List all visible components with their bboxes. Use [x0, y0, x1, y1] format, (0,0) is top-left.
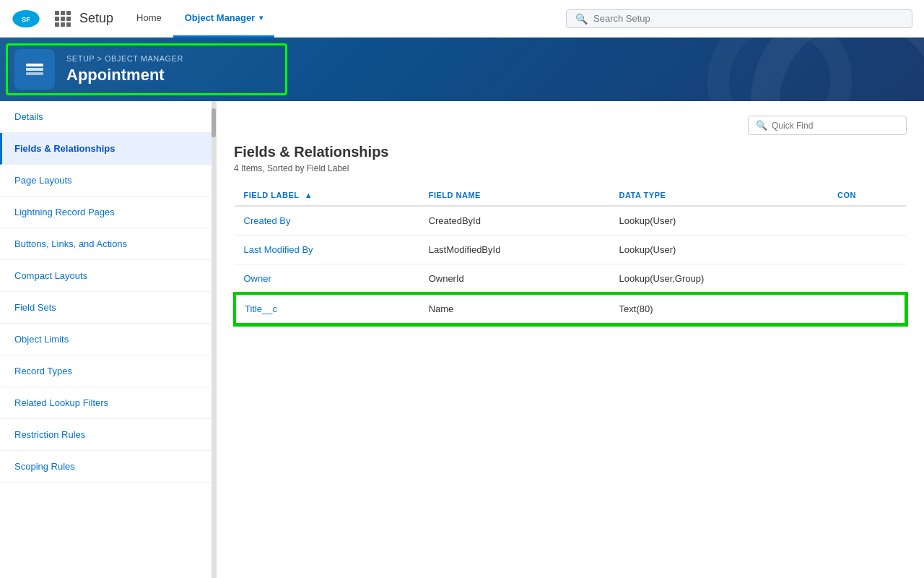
sidebar-item-lightning-record-pages[interactable]: Lightning Record Pages: [0, 197, 216, 228]
table-row: Created By CreatedById Lookup(User): [235, 206, 906, 236]
field-label-link[interactable]: Owner: [244, 273, 271, 284]
table-row: Owner OwnerId Lookup(User,Group): [235, 264, 906, 294]
nav-tab-home[interactable]: Home: [125, 0, 173, 38]
content-header: 🔍 Fields & Relationships 4 Items, Sorted…: [234, 116, 907, 173]
cell-field-name: CreatedById: [420, 206, 611, 236]
cell-controlling: [829, 206, 906, 236]
sidebar-item-page-layouts[interactable]: Page Layouts: [0, 165, 216, 197]
col-header-controlling: CON: [829, 185, 906, 206]
nav-tab-object-manager[interactable]: Object Manager ▾: [173, 0, 275, 38]
svg-text:SF: SF: [22, 16, 30, 23]
col-header-field-label[interactable]: FIELD LABEL ▲: [235, 185, 420, 206]
sidebar-item-related-lookup-filters[interactable]: Related Lookup Filters: [0, 387, 216, 419]
chevron-down-icon: ▾: [259, 14, 263, 22]
search-icon: 🔍: [575, 13, 588, 25]
cell-controlling: [829, 236, 906, 264]
sidebar: DetailsFields & RelationshipsPage Layout…: [0, 101, 217, 578]
cell-controlling: [829, 264, 906, 294]
top-nav: SF Setup Home Object Manager ▾ 🔍: [0, 0, 924, 38]
search-input[interactable]: [593, 13, 903, 24]
cell-controlling: [829, 294, 906, 324]
sidebar-item-object-limits[interactable]: Object Limits: [0, 324, 216, 355]
sidebar-item-restriction-rules[interactable]: Restriction Rules: [0, 419, 216, 451]
quick-find-input[interactable]: [772, 121, 899, 131]
toolbar-row: 🔍: [234, 116, 907, 135]
cell-field-name: Name: [420, 294, 611, 324]
fields-table: FIELD LABEL ▲ FIELD NAME DATA TYPE CON C…: [234, 185, 907, 325]
app-launcher[interactable]: [49, 11, 79, 27]
svg-rect-2: [26, 64, 43, 66]
cell-field-label: Title__c: [235, 294, 420, 324]
content-area: 🔍 Fields & Relationships 4 Items, Sorted…: [217, 101, 924, 578]
cell-field-label: Last Modified By: [235, 236, 420, 264]
search-bar: 🔍: [566, 9, 912, 28]
cell-data-type: Text(80): [611, 294, 829, 324]
quick-find-icon: 🔍: [756, 120, 767, 131]
grid-icon: [55, 11, 71, 27]
content-title: Fields & Relationships: [234, 144, 907, 160]
sidebar-item-buttons-links-actions[interactable]: Buttons, Links, and Actions: [0, 228, 216, 260]
banner-text-group: SETUP > OBJECT MANAGER Appointment: [66, 54, 183, 85]
table-body: Created By CreatedById Lookup(User) Last…: [235, 206, 906, 324]
sidebar-item-field-sets[interactable]: Field Sets: [0, 292, 216, 324]
quick-find: 🔍: [748, 116, 907, 135]
salesforce-logo: SF: [12, 4, 40, 33]
svg-rect-4: [26, 72, 43, 75]
banner: SETUP > OBJECT MANAGER Appointment: [0, 38, 924, 101]
banner-icon: [14, 49, 55, 90]
breadcrumb: SETUP > OBJECT MANAGER: [66, 54, 183, 63]
cell-data-type: Lookup(User): [611, 236, 829, 264]
field-label-link[interactable]: Last Modified By: [244, 244, 313, 255]
svg-rect-3: [26, 68, 43, 71]
cell-field-label: Owner: [235, 264, 420, 294]
scrollbar[interactable]: [212, 101, 216, 578]
field-label-link[interactable]: Title__c: [245, 303, 277, 314]
cell-data-type: Lookup(User): [611, 206, 829, 236]
sidebar-item-fields-relationships[interactable]: Fields & Relationships: [0, 133, 216, 165]
cell-data-type: Lookup(User,Group): [611, 264, 829, 294]
sidebar-item-record-types[interactable]: Record Types: [0, 355, 216, 387]
col-header-field-name: FIELD NAME: [420, 185, 611, 206]
page-title: Appointment: [66, 66, 183, 85]
main-layout: DetailsFields & RelationshipsPage Layout…: [0, 101, 924, 578]
cell-field-name: LastModifiedById: [420, 236, 611, 264]
sidebar-item-details[interactable]: Details: [0, 101, 216, 133]
sidebar-item-compact-layouts[interactable]: Compact Layouts: [0, 260, 216, 292]
cell-field-label: Created By: [235, 206, 420, 236]
sidebar-item-scoping-rules[interactable]: Scoping Rules: [0, 451, 216, 483]
setup-label: Setup: [79, 11, 113, 26]
table-row: Last Modified By LastModifiedById Lookup…: [235, 236, 906, 264]
nav-tabs: Home Object Manager ▾: [125, 0, 274, 38]
table-header: FIELD LABEL ▲ FIELD NAME DATA TYPE CON: [235, 185, 906, 206]
table-header-row: FIELD LABEL ▲ FIELD NAME DATA TYPE CON: [235, 185, 906, 206]
table-row-highlighted: Title__c Name Text(80): [235, 294, 906, 324]
cell-field-name: OwnerId: [420, 264, 611, 294]
content-subtitle: 4 Items, Sorted by Field Label: [234, 163, 907, 173]
scroll-thumb[interactable]: [212, 108, 216, 137]
sort-icon: ▲: [305, 191, 313, 199]
field-label-link[interactable]: Created By: [244, 215, 291, 226]
col-header-data-type: DATA TYPE: [611, 185, 829, 206]
